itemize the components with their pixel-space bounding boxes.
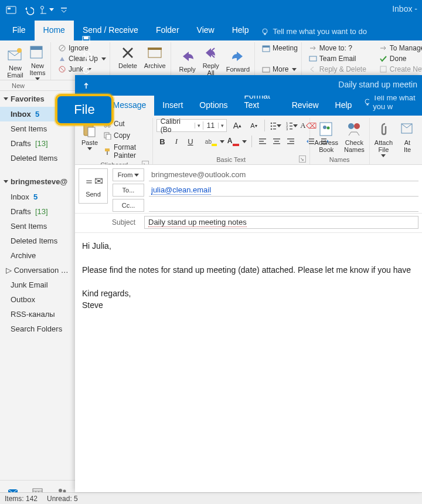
nav-deleted-fav[interactable]: Deleted Items (0, 151, 76, 165)
archive-button[interactable]: Archive (142, 43, 168, 70)
new-items-button[interactable]: New Items (27, 43, 48, 80)
reply-all-button[interactable]: Reply All (200, 43, 222, 77)
more-respond-button[interactable]: More (261, 65, 299, 74)
folder-pane: Favorites Inbox 5 Sent Items Drafts [13]… (0, 91, 76, 504)
align-left-button[interactable] (257, 136, 268, 147)
tab-file[interactable]: File (4, 21, 35, 40)
app-icon[interactable] (4, 2, 19, 18)
reply-all-icon (203, 45, 219, 61)
cc-button[interactable]: Cc... (113, 199, 144, 212)
new-email-button[interactable]: New Email (5, 43, 26, 80)
to-button[interactable]: To... (113, 184, 144, 197)
nav-sent[interactable]: Sent Items (0, 219, 76, 234)
tab-home[interactable]: Home (35, 21, 74, 40)
svg-rect-42 (105, 148, 110, 151)
check-names-icon (345, 120, 363, 138)
ribbon-caption-new: New (12, 82, 25, 89)
undo-icon[interactable] (21, 2, 36, 18)
check-names-button[interactable]: Check Names (343, 119, 366, 154)
create-new-label: Create New (390, 65, 422, 73)
main-tab-bar: File Home Send / Receive Folder View Hel… (0, 19, 422, 40)
tab-help[interactable]: Help (223, 21, 258, 40)
align-right-button[interactable] (285, 136, 297, 147)
forward-button[interactable]: Forward (224, 43, 252, 77)
svg-rect-55 (290, 128, 292, 130)
svg-point-48 (271, 128, 273, 130)
attach-item-button[interactable]: At Ite (397, 119, 417, 154)
team-email-button[interactable]: Team Email (308, 54, 367, 63)
nav-deleted[interactable]: Deleted Items (0, 234, 76, 248)
tab-compose-help[interactable]: Help (327, 96, 360, 116)
redo-icon[interactable] (79, 63, 94, 78)
nav-rss[interactable]: RSS-каналы (0, 307, 76, 322)
svg-line-11 (60, 46, 64, 50)
meeting-button[interactable]: Meeting (261, 43, 299, 53)
clipboard-launcher[interactable]: ↘ (142, 161, 149, 165)
delete-button[interactable]: Delete (116, 43, 139, 70)
font-color-button[interactable]: A (227, 136, 240, 147)
save-icon[interactable] (79, 32, 94, 48)
compose-tell-me-label: Tell me what you w (373, 93, 418, 111)
move-to-button[interactable]: Move to: ? (308, 43, 367, 53)
nav-outbox[interactable]: Outbox (0, 292, 76, 307)
basic-text-launcher[interactable]: ↘ (299, 155, 306, 163)
done-button[interactable]: Done (378, 54, 422, 63)
reply-delete-button[interactable]: Reply & Delete (308, 65, 367, 74)
font-selector[interactable]: Calibri (Bo▾ 11▾ (156, 119, 227, 132)
nav-drafts[interactable]: Drafts [13] (0, 204, 76, 219)
shrink-font-button[interactable]: A▾ (248, 120, 260, 131)
underline-button[interactable]: U (185, 136, 196, 147)
qat-customize-icon[interactable] (56, 2, 72, 18)
prev-item-icon[interactable] (79, 78, 94, 93)
svg-rect-14 (148, 49, 161, 57)
copy-button[interactable]: Copy (103, 131, 149, 140)
address-book-button[interactable]: Address Book (314, 119, 339, 154)
undo-icon[interactable] (79, 48, 94, 63)
grow-font-button[interactable]: A▴ (232, 120, 243, 131)
nav-inbox[interactable]: Inbox 5 (0, 190, 76, 204)
forward-label: Forward (226, 66, 250, 73)
bullets-button[interactable] (270, 120, 281, 131)
svg-rect-3 (61, 8, 67, 9)
nav-conversation-history[interactable]: ▷ Conversation Histor (0, 263, 76, 278)
svg-rect-19 (309, 56, 316, 61)
attach-file-button[interactable]: Attach File (373, 119, 394, 158)
tab-options[interactable]: Options (191, 96, 236, 116)
italic-button[interactable]: I (171, 136, 182, 147)
reply-button[interactable]: Reply (177, 43, 198, 77)
to-field[interactable]: julia@clean.email (149, 184, 418, 197)
svg-point-46 (271, 126, 273, 127)
svg-rect-9 (30, 46, 42, 50)
cc-field[interactable] (149, 199, 418, 212)
tab-folder[interactable]: Folder (147, 21, 188, 40)
compose-title-bar: Daily stand up meetin (75, 75, 422, 96)
nav-archive[interactable]: Archive (0, 248, 76, 263)
svg-point-4 (263, 29, 267, 33)
nav-drafts-fav[interactable]: Drafts [13] (0, 136, 76, 151)
format-painter-button[interactable]: Format Painter (103, 143, 149, 160)
subject-field[interactable]: Daily stand up meeting notes (144, 216, 418, 229)
account-header[interactable]: bringmesteve@ (0, 174, 76, 190)
done-label: Done (390, 55, 407, 63)
touch-mode-icon[interactable] (39, 2, 54, 18)
svg-rect-49 (273, 128, 276, 130)
to-manager-icon (379, 44, 387, 52)
from-field[interactable]: bringmesteve@outlook.com (149, 168, 418, 181)
tab-view[interactable]: View (188, 21, 223, 40)
meeting-icon (262, 44, 270, 52)
numbering-button[interactable]: 123 (286, 120, 298, 131)
tab-insert[interactable]: Insert (154, 96, 191, 116)
to-manager-button[interactable]: To Manager (378, 43, 422, 53)
message-body[interactable]: Hi Julia, Please find the notes for stan… (75, 233, 422, 492)
from-button[interactable]: From (113, 168, 144, 181)
send-button[interactable]: ＝✉ Send (79, 168, 108, 204)
align-center-button[interactable] (271, 136, 283, 147)
create-new-button[interactable]: Create New (378, 65, 422, 74)
nav-junk[interactable]: Junk Email (0, 278, 76, 292)
highlight-button[interactable]: ab (205, 136, 217, 147)
tab-review[interactable]: Review (284, 96, 327, 116)
compose-tab-bar: Message Insert Options Format Text Revie… (75, 96, 422, 116)
bold-button[interactable]: B (156, 136, 168, 147)
tell-me-search[interactable]: Tell me what you want to do (257, 22, 370, 40)
nav-search-folders[interactable]: Search Folders (0, 322, 76, 336)
